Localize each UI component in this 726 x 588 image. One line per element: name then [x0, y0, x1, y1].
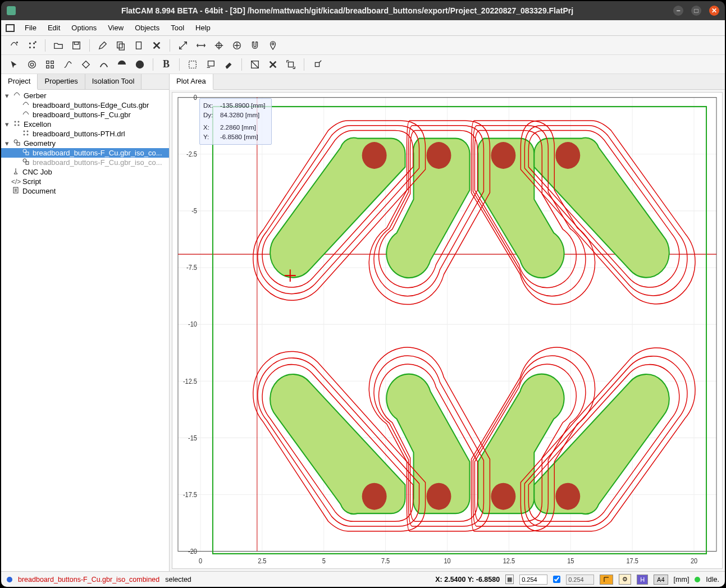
svg-text:-15: -15 [188, 434, 197, 441]
origin-icon[interactable] [212, 38, 226, 53]
status-snap-checkbox[interactable] [553, 576, 560, 583]
cut-icon[interactable] [248, 57, 262, 72]
select-icon[interactable] [7, 57, 21, 72]
buffer-icon[interactable] [185, 57, 200, 72]
paste-icon[interactable] [131, 38, 146, 53]
svg-point-4 [34, 47, 35, 48]
copy-icon[interactable] [113, 38, 128, 53]
save-icon[interactable] [69, 38, 84, 53]
tree-item[interactable]: breadboard_buttons-Edge_Cuts.gbr [1, 100, 169, 110]
magnet-icon[interactable] [248, 38, 262, 53]
svg-text:-5: -5 [191, 208, 197, 214]
status-pill-axis[interactable] [600, 575, 613, 585]
svg-point-26 [15, 121, 16, 122]
tree-gerber[interactable]: ▾Gerber [1, 91, 169, 100]
menu-objects[interactable]: Objects [129, 21, 165, 34]
svg-text:-10: -10 [188, 321, 197, 328]
close-button[interactable]: ✕ [709, 6, 719, 16]
locate-icon[interactable] [266, 38, 280, 53]
tree-item-selected[interactable]: breadboard_buttons-F_Cu.gbr_iso_co... [1, 148, 169, 158]
grid-icon[interactable]: ▦ [505, 575, 514, 584]
geometry-icon [12, 139, 21, 148]
menu-view[interactable]: View [102, 21, 129, 34]
eraser-icon[interactable] [221, 57, 236, 72]
tree-script[interactable]: </>Script [1, 177, 169, 186]
disc-icon[interactable] [133, 57, 147, 72]
svg-point-29 [18, 125, 19, 126]
project-tree[interactable]: ▾Gerber breadboard_buttons-Edge_Cuts.gbr… [1, 90, 169, 196]
svg-rect-9 [119, 44, 124, 50]
svg-text:-12.5: -12.5 [183, 378, 197, 384]
app-menu-icon[interactable] [6, 24, 15, 32]
delete-sel-icon[interactable] [266, 57, 280, 72]
cnc-icon [11, 167, 20, 177]
move-icon[interactable] [310, 57, 325, 72]
status-selected-suffix: selected [165, 576, 191, 584]
distance-icon[interactable] [176, 38, 190, 53]
track-tool-icon[interactable] [97, 57, 111, 72]
svg-rect-21 [189, 61, 197, 68]
new-excellon-icon[interactable] [25, 38, 39, 53]
region-tool-icon[interactable] [79, 57, 93, 72]
left-panel-tabs: Project Properties Isolation Tool [1, 74, 169, 90]
tree-item[interactable]: breadboard_buttons-PTH.drl [1, 129, 169, 139]
edit-icon[interactable] [95, 38, 110, 53]
svg-point-1 [30, 43, 31, 44]
maximize-button[interactable]: □ [691, 6, 701, 16]
svg-text:-7.5: -7.5 [186, 264, 197, 271]
menu-bar: File Edit Options View Objects Tool Help [1, 20, 725, 36]
geometry-icon [21, 148, 30, 158]
delete-icon[interactable] [149, 38, 164, 53]
status-xy: X: 2.5400 Y: -6.8580 [435, 576, 500, 584]
svg-point-27 [18, 121, 19, 122]
tab-plot-area[interactable]: Plot Area [170, 74, 213, 90]
svg-rect-25 [315, 62, 319, 66]
svg-rect-16 [47, 61, 49, 63]
svg-text:-17.5: -17.5 [183, 491, 197, 498]
tree-excellon[interactable]: ▾Excellon [1, 120, 169, 129]
svg-point-32 [24, 134, 25, 135]
jump-icon[interactable] [230, 38, 244, 53]
svg-rect-19 [51, 65, 54, 68]
array-tool-icon[interactable] [43, 57, 57, 72]
tree-item[interactable]: breadboard_buttons-F_Cu.gbr_iso_co... [1, 158, 169, 167]
paint-icon[interactable] [203, 57, 218, 72]
plot-canvas[interactable]: Dx:-135.8900 [mm] Dy:84.3280 [mm] X:2.28… [172, 92, 723, 569]
tab-isolation[interactable]: Isolation Tool [85, 74, 142, 89]
path-tool-icon[interactable] [61, 57, 75, 72]
status-snap-input[interactable] [566, 575, 594, 585]
circle-tool-icon[interactable] [25, 57, 39, 72]
left-panel: Project Properties Isolation Tool ▾Gerbe… [1, 74, 170, 571]
menu-help[interactable]: Help [190, 21, 216, 34]
tree-item[interactable]: breadboard_buttons-F_Cu.gbr [1, 110, 169, 120]
svg-text:5: 5 [322, 558, 326, 564]
svg-rect-39 [26, 162, 29, 164]
semidisc-icon[interactable] [115, 57, 129, 72]
tree-cncjob[interactable]: CNC Job [1, 167, 169, 177]
open-icon[interactable] [51, 38, 66, 53]
plot-svg: 0 2.5 5 7.5 10 12.5 15 17.5 20 0 -2.5 -5… [172, 93, 722, 568]
tree-document[interactable]: Document [1, 186, 169, 196]
minimize-button[interactable]: − [673, 6, 683, 16]
status-paper[interactable]: A4 [654, 575, 668, 585]
menu-options[interactable]: Options [66, 21, 102, 34]
svg-rect-37 [26, 152, 29, 155]
menu-edit[interactable]: Edit [42, 21, 66, 34]
svg-point-64 [427, 142, 451, 169]
status-pill-pref[interactable]: ⚙ [619, 574, 631, 585]
svg-point-13 [272, 43, 274, 45]
status-pill-hud[interactable]: H [637, 575, 648, 585]
tab-project[interactable]: Project [1, 74, 38, 90]
new-gerber-icon[interactable] [7, 38, 21, 53]
status-grid-input[interactable] [519, 575, 547, 585]
distance-min-icon[interactable] [194, 38, 208, 53]
bold-icon[interactable]: B [159, 57, 173, 72]
menu-tool[interactable]: Tool [165, 21, 190, 34]
svg-rect-7 [74, 42, 78, 44]
tree-geometry[interactable]: ▾Geometry [1, 139, 169, 148]
menu-file[interactable]: File [19, 21, 42, 34]
transform-icon[interactable] [284, 57, 298, 72]
idle-led-icon [695, 577, 700, 582]
tab-properties[interactable]: Properties [38, 74, 85, 89]
svg-point-15 [30, 63, 33, 66]
